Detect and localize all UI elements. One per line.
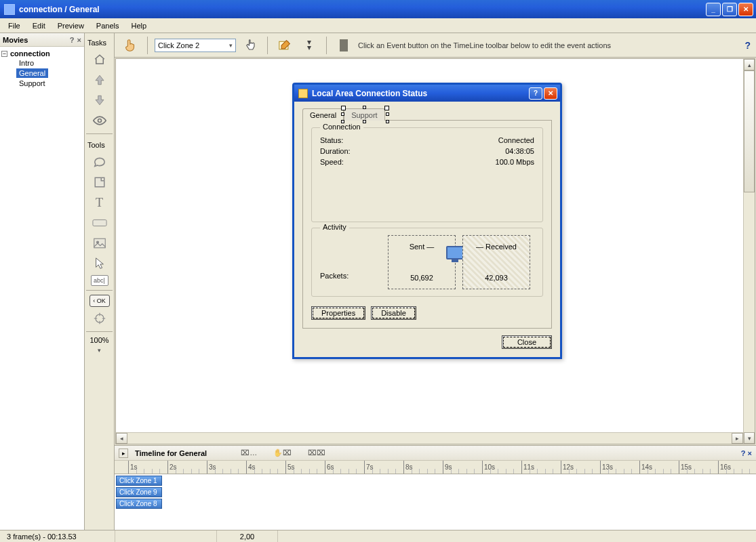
arrow-down-icon[interactable] [89,91,110,109]
timeline-collapse-icon[interactable]: ▸ [119,449,128,458]
tab-general[interactable]: General [302,108,344,121]
movies-panel-title: Movies [3,36,28,44]
timeline-zone-2[interactable]: Click Zone 9 [116,487,162,497]
sent-value: 50,692 [394,274,450,282]
stage-help-icon[interactable]: ? [744,40,751,51]
status-empty1 [115,530,217,542]
dialog-tab-surface: Connection Status:Connected Duration:04:… [302,120,552,329]
svg-rect-1 [95,178,104,187]
disable-button[interactable]: Disable [371,306,416,320]
properties-button[interactable]: Properties [311,306,365,320]
activity-legend: Activity [320,223,349,231]
text-icon[interactable]: T [89,194,110,211]
timeline-header: ▸ Timeline for General ⌧… ✋⌧ ⌧⌧ ? × [115,446,756,461]
app-title: connection / General [19,5,100,14]
movies-panel: Movies ? × − connection Intro General Su… [0,33,85,530]
duration-label: Duration: [320,147,351,155]
clickzone-combo[interactable]: Click Zone 2 ▾ [155,39,236,52]
button-icon[interactable] [89,214,110,232]
tasks-section-label: Tasks [85,36,114,48]
status-empty2 [278,530,756,542]
timeline-body[interactable]: Click Zone 1 Click Zone 9 Click Zone 8 [115,474,756,530]
target-icon[interactable] [89,310,110,327]
close-dialog-button[interactable]: Close [502,335,552,349]
stop-icon[interactable] [334,36,354,55]
editor-canvas[interactable]: Local Area Connection Status ? ✕ General… [115,58,755,444]
menu-edit[interactable]: Edit [27,20,51,31]
tree-item-general[interactable]: General [16,68,48,78]
tab-support[interactable]: Support [344,108,385,121]
tree-item-intro[interactable]: Intro [16,58,37,68]
movies-panel-header: Movies ? × [0,33,84,47]
maximize-button[interactable]: ❐ [722,3,737,16]
eye-icon[interactable] [89,112,110,129]
text-field-icon[interactable]: abc| [91,275,108,286]
menu-panels[interactable]: Panels [91,20,125,31]
scroll-down-icon[interactable]: ▾ [744,432,755,444]
canvas-vscrollbar[interactable]: ▴ ▾ [743,59,755,444]
dialog-help-button[interactable]: ? [529,87,542,100]
timeline-panel: ▸ Timeline for General ⌧… ✋⌧ ⌧⌧ ? × 1s2s… [115,445,756,530]
selected-clickzone[interactable]: Support [344,108,386,121]
cursor-icon[interactable] [89,255,110,272]
movies-panel-close-icon[interactable]: × [77,36,81,44]
timeline-help-icon[interactable]: ? × [741,449,752,457]
image-icon[interactable] [89,234,110,252]
note-icon[interactable] [89,173,110,191]
dialog-titlebar[interactable]: Local Area Connection Status ? ✕ [294,85,560,102]
menu-file[interactable]: File [3,20,26,31]
home-icon[interactable] [89,51,110,68]
tree-collapse-icon[interactable]: − [1,51,7,57]
activity-fieldset: Activity Packets: Sent — [311,228,543,297]
double-chevron-down-icon[interactable]: ▾▾ [299,36,319,55]
received-box: — Received 42,093 [462,235,530,289]
edit-note-icon[interactable] [275,36,295,55]
chevron-down-icon: ▾ [229,42,233,49]
canvas-hscrollbar[interactable]: ◂ ▸ [116,432,743,444]
zoom-label[interactable]: 100% [89,336,108,344]
packets-label: Packets: [320,272,381,280]
timeline-title: Timeline for General [135,449,207,457]
statusbar: 3 frame(s) - 00:13.53 2,00 [0,530,756,542]
ok-icon[interactable]: ‹ OK [89,295,110,307]
dialog-close-button[interactable]: ✕ [544,87,557,100]
status-frames: 3 frame(s) - 00:13.53 [0,530,115,542]
close-button[interactable]: ✕ [738,3,753,16]
pointer-hand-icon[interactable] [120,36,140,55]
tree-item-support[interactable]: Support [16,79,48,88]
minimize-button[interactable]: _ [706,3,721,16]
vscroll-thumb[interactable] [744,70,755,192]
tree-root[interactable]: − connection [1,49,83,58]
status-pos: 2,00 [217,530,278,542]
network-emblem-icon [298,89,308,98]
speech-bubble-icon[interactable] [89,153,110,171]
click-hand-icon[interactable] [240,36,260,55]
svg-point-0 [98,119,101,123]
menu-help[interactable]: Help [125,20,152,31]
clickzone-combo-value: Click Zone 2 [158,41,199,49]
scroll-right-icon[interactable]: ▸ [732,433,743,444]
scroll-up-icon[interactable]: ▴ [744,59,755,70]
received-value: 42,093 [469,274,524,282]
menu-preview[interactable]: Preview [52,20,89,31]
stage-toolbar: Click Zone 2 ▾ ▾▾ Click an Event button … [115,33,756,58]
timeline-zone-3[interactable]: Click Zone 8 [116,499,162,509]
movies-panel-help-icon[interactable]: ? [70,36,75,44]
duration-value: 04:38:05 [505,147,534,155]
zoom-chevron-down-icon[interactable]: ▾ [98,347,101,354]
svg-rect-3 [94,238,105,248]
received-label: Received [485,243,517,251]
timeline-tool3-icon[interactable]: ⌧⌧ [308,449,325,457]
scroll-left-icon[interactable]: ◂ [116,433,127,444]
sent-label: Sent [410,243,425,251]
speed-value: 100.0 Mbps [496,158,534,166]
timeline-tool2-icon[interactable]: ✋⌧ [273,449,292,457]
timeline-tool1-icon[interactable]: ⌧… [241,449,257,457]
app-emblem-icon [4,4,15,15]
connection-fieldset: Connection Status:Connected Duration:04:… [311,127,543,222]
arrow-up-icon[interactable] [89,71,110,89]
sent-box: Sent — 50,692 [388,235,456,289]
stage-column: Click Zone 2 ▾ ▾▾ Click an Event button … [115,33,756,530]
timeline-ruler[interactable]: 1s2s3s4s5s6s7s8s9s10s11s12s13s14s15s16s [115,461,756,474]
timeline-zone-1[interactable]: Click Zone 1 [116,476,162,486]
